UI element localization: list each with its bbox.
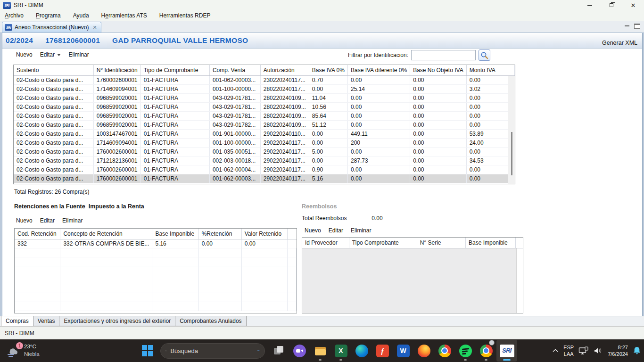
- table-cell[interactable]: 230220240117...: [260, 75, 309, 84]
- minimize-view-icon[interactable]: [624, 24, 630, 29]
- table-cell[interactable]: 0.00: [410, 174, 467, 183]
- table-cell[interactable]: 043-029-01781...: [209, 111, 260, 120]
- table-cell[interactable]: 290220240117...: [260, 165, 309, 174]
- table-cell[interactable]: 0.00: [241, 239, 288, 248]
- table-row[interactable]: 02-Costo o Gasto para d...17600026000010…: [14, 75, 515, 84]
- network-icon[interactable]: [578, 346, 589, 355]
- table-cell[interactable]: 01-FACTURA: [140, 174, 209, 183]
- nuevo-button[interactable]: Nuevo: [16, 51, 33, 58]
- menu-programa[interactable]: Programa: [36, 12, 61, 19]
- ret-editar-button[interactable]: Editar: [40, 217, 55, 224]
- bottom-tab-exportaciones-y-otros-ingresos-del-exterior[interactable]: Exportaciones y otros ingresos del exter…: [59, 316, 175, 326]
- bottom-tab-comprobantes-anulados[interactable]: Comprobantes Anulados: [175, 316, 246, 326]
- table-cell[interactable]: 043-029-01782...: [209, 120, 260, 129]
- table-row[interactable]: 02-Costo o Gasto para d...17146090940010…: [14, 138, 515, 147]
- table-cell[interactable]: 0.00: [309, 84, 347, 93]
- table-cell[interactable]: 01-FACTURA: [140, 75, 209, 84]
- taskbar-app-spotify[interactable]: [455, 340, 476, 362]
- vertical-scrollbar-thumb[interactable]: [511, 132, 512, 175]
- table-cell[interactable]: 332-OTRAS COMPRAS DE BIE...: [60, 239, 152, 248]
- table-cell[interactable]: 02-Costo o Gasto para d...: [14, 129, 93, 138]
- column-header-base-iva-diferente-0[interactable]: Base IVA diferente 0%: [347, 65, 410, 75]
- column-header-base-iva-0[interactable]: Base IVA 0%: [309, 65, 347, 75]
- table-row[interactable]: 02-Costo o Gasto para d...10031474670010…: [14, 129, 515, 138]
- column-header-n-identificaci-n[interactable]: N° Identificación: [93, 65, 140, 75]
- column-header-tipo-de-comprobante[interactable]: Tipo de Comprobante: [140, 65, 209, 75]
- table-cell[interactable]: 01-FACTURA: [140, 147, 209, 156]
- table-cell[interactable]: 001-035-00051...: [209, 147, 260, 156]
- taskbar-search[interactable]: [160, 343, 265, 359]
- ret-nuevo-button[interactable]: Nuevo: [16, 217, 33, 224]
- table-cell[interactable]: 5.16: [152, 239, 198, 248]
- table-cell[interactable]: 0.00: [347, 111, 410, 120]
- table-cell[interactable]: 001-901-00000...: [209, 129, 260, 138]
- table-cell[interactable]: 0.00: [410, 129, 467, 138]
- bottom-tab-compras[interactable]: Compras: [1, 316, 33, 326]
- table-cell[interactable]: 0.00: [347, 120, 410, 129]
- table-cell[interactable]: 01-FACTURA: [140, 84, 209, 93]
- column-header-sustento[interactable]: Sustento: [14, 65, 93, 75]
- table-cell[interactable]: 0.00: [347, 147, 410, 156]
- table-cell[interactable]: 0.00: [410, 120, 467, 129]
- minimize-button[interactable]: [579, 0, 601, 10]
- filter-search-button[interactable]: [479, 49, 490, 61]
- reem-nuevo-button[interactable]: Nuevo: [305, 227, 321, 234]
- table-cell[interactable]: 001-062-00003...: [209, 174, 260, 183]
- table-cell[interactable]: 0.00: [410, 156, 467, 165]
- table-cell[interactable]: 01-FACTURA: [140, 93, 209, 102]
- table-row[interactable]: 02-Costo o Gasto para d...09685990200010…: [14, 111, 515, 120]
- table-cell[interactable]: 02-Costo o Gasto para d...: [14, 174, 93, 183]
- table-cell[interactable]: 02-Costo o Gasto para d...: [14, 75, 93, 84]
- table-row[interactable]: 02-Costo o Gasto para d...09685990200010…: [14, 93, 515, 102]
- table-cell[interactable]: 290220240117...: [260, 147, 309, 156]
- weather-widget[interactable]: 1 23°C Niebla: [4, 341, 42, 360]
- table-cell[interactable]: 0.00: [410, 111, 467, 120]
- table-cell[interactable]: 5.00: [309, 147, 347, 156]
- table-cell[interactable]: 5.16: [309, 174, 347, 183]
- eliminar-button[interactable]: Eliminar: [68, 51, 89, 58]
- table-cell[interactable]: 25.14: [347, 84, 410, 93]
- table-cell[interactable]: 043-029-01781...: [209, 93, 260, 102]
- menu-herramientas-ats[interactable]: Herramientas ATS: [101, 12, 147, 19]
- ret-eliminar-button[interactable]: Eliminar: [62, 217, 83, 224]
- taskbar-app-chrome-profile[interactable]: [476, 340, 496, 362]
- table-cell[interactable]: 0.00: [410, 75, 467, 84]
- table-row[interactable]: 02-Costo o Gasto para d...09685990200010…: [14, 102, 515, 111]
- vertical-scrollbar-track[interactable]: [508, 76, 515, 184]
- table-cell[interactable]: 001-062-00004...: [209, 165, 260, 174]
- table-cell[interactable]: 290220240117...: [260, 138, 309, 147]
- table-cell[interactable]: 0.00: [347, 174, 410, 183]
- table-row[interactable]: 02-Costo o Gasto para d...17121821360010…: [14, 156, 515, 165]
- table-cell[interactable]: 02-Costo o Gasto para d...: [14, 156, 93, 165]
- editar-button[interactable]: Editar: [40, 51, 61, 58]
- table-cell[interactable]: 280220240109...: [260, 111, 309, 120]
- table-cell[interactable]: 332: [15, 239, 60, 248]
- column-header-concepto-de-retenci-n[interactable]: Concepto de Retención: [60, 229, 152, 239]
- tab-anexo-transaccional[interactable]: SRi Anexo Transaccional (Nuevo) ✕: [2, 22, 101, 33]
- table-cell[interactable]: 1714609094001: [93, 138, 140, 147]
- table-cell[interactable]: 02-Costo o Gasto para d...: [14, 84, 93, 93]
- table-cell[interactable]: 02-Costo o Gasto para d...: [14, 120, 93, 129]
- table-cell[interactable]: 001-100-00000...: [209, 84, 260, 93]
- menu-herramientas-rdep[interactable]: Herramientas RDEP: [159, 12, 211, 19]
- column-header-id-proveedor[interactable]: Id Proveedor: [302, 238, 349, 248]
- table-cell[interactable]: 449.11: [347, 129, 410, 138]
- table-cell[interactable]: 01-FACTURA: [140, 165, 209, 174]
- table-cell[interactable]: 280220240109...: [260, 120, 309, 129]
- table-cell[interactable]: 287.73: [347, 156, 410, 165]
- column-header-base-imponible[interactable]: Base Imponible: [465, 238, 515, 248]
- table-cell[interactable]: 1714609094001: [93, 84, 140, 93]
- table-cell[interactable]: 0.00: [347, 93, 410, 102]
- table-cell[interactable]: 0.00: [410, 93, 467, 102]
- column-header-monto-iva[interactable]: Monto IVA: [466, 65, 514, 75]
- menu-archivo[interactable]: Archivo: [5, 12, 24, 19]
- table-cell[interactable]: 290220240117...: [260, 174, 309, 183]
- table-cell[interactable]: 1760002600001: [93, 165, 140, 174]
- taskbar-app-edge[interactable]: [351, 340, 372, 362]
- taskbar-app-chrome[interactable]: [434, 340, 455, 362]
- table-cell[interactable]: 01-FACTURA: [140, 156, 209, 165]
- close-button[interactable]: ✕: [622, 0, 644, 10]
- taskbar-app-excel[interactable]: X: [330, 340, 351, 362]
- tab-close-icon[interactable]: ✕: [92, 25, 97, 31]
- table-cell[interactable]: 002-003-00018...: [209, 156, 260, 165]
